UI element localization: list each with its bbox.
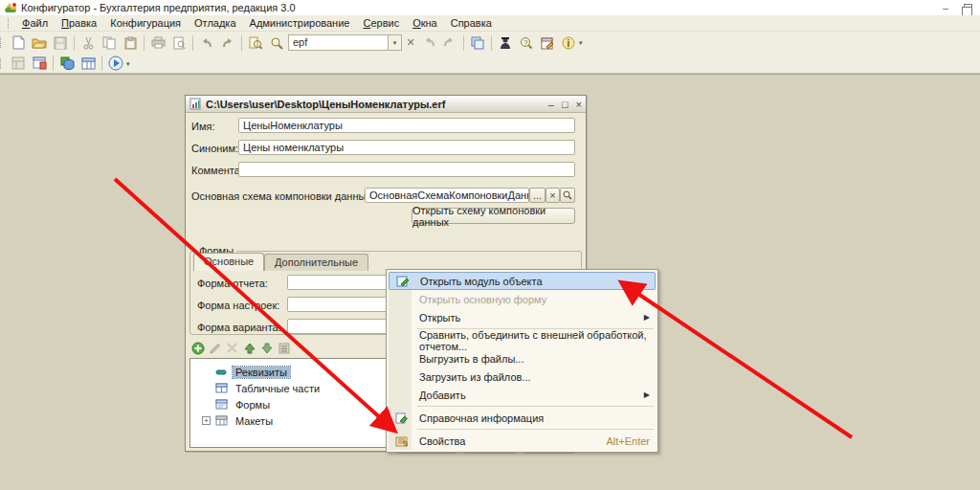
synonym-label: Синоним: [191, 143, 238, 154]
standard-toolbar: epf ▾ ✕ ? i ▾ [0, 32, 980, 54]
paste-icon[interactable] [121, 34, 140, 52]
templates-icon [214, 415, 228, 427]
open-dcs-button[interactable]: Открыть схему компоновки данных [412, 208, 575, 224]
dialog-title: C:\Users\user\Desktop\ЦеныНоменклатуры.e… [206, 99, 548, 110]
report-file-icon [189, 98, 202, 110]
syntax-assistant-icon[interactable] [496, 34, 515, 52]
find-in-file-icon[interactable] [246, 34, 265, 52]
windows-list-icon[interactable] [468, 34, 487, 52]
menu-administration[interactable]: Администрирование [243, 16, 357, 30]
menu-edit[interactable]: Правка [55, 16, 103, 30]
dcs-field[interactable]: ОсновнаяСхемаКомпоновкиДанных [365, 188, 529, 203]
dcs-choose-button[interactable]: ... [529, 188, 546, 203]
menu-help[interactable]: Справка [444, 16, 499, 30]
menu-windows[interactable]: Окна [406, 16, 444, 30]
table-icon[interactable] [78, 55, 98, 72]
submenu-arrow-icon: ▶ [644, 313, 650, 322]
start-debugging-icon[interactable] [106, 55, 125, 72]
dialog-minimize-button[interactable]: – [548, 99, 554, 110]
menu-separator [417, 429, 654, 430]
info-icon[interactable]: i [559, 34, 578, 52]
open-file-icon[interactable] [30, 34, 49, 52]
help-search-icon[interactable]: ? [517, 34, 536, 52]
restore-button[interactable] [964, 4, 972, 12]
tabular-sections-icon [214, 383, 228, 394]
menu-file[interactable]: Файл [15, 16, 55, 30]
forms-icon [214, 399, 228, 411]
open-help-content-icon[interactable] [538, 34, 557, 52]
menu-compare-merge[interactable]: Сравнить, объединить с внешней обработко… [389, 331, 656, 349]
search-input[interactable]: epf [288, 34, 388, 51]
find-previous-icon[interactable] [419, 34, 438, 52]
menu-configuration[interactable]: Конфигурация [103, 16, 188, 30]
move-down-icon[interactable] [259, 341, 274, 355]
name-label: Имя: [191, 121, 214, 132]
add-icon[interactable] [190, 341, 205, 355]
menu-export-to-files[interactable]: Выгрузить в файлы... [389, 349, 656, 368]
menu-service[interactable]: Сервис [356, 16, 406, 30]
dcs-label: Основная схема компоновки данных: [191, 190, 374, 202]
menu-properties[interactable]: Свойства Alt+Enter [389, 432, 656, 450]
database-configuration-icon[interactable] [30, 55, 49, 72]
move-up-icon[interactable] [242, 341, 256, 355]
menu-open[interactable]: Открыть ▶ [389, 308, 656, 326]
comment-field[interactable] [238, 162, 575, 177]
toolbar-grip [0, 37, 3, 48]
find-next-icon[interactable] [440, 34, 459, 52]
title-bar: Конфигуратор - Бухгалтерия предприятия, … [0, 0, 980, 15]
cut-icon[interactable] [78, 34, 98, 52]
menu-add[interactable]: Добавить ▶ [389, 386, 656, 404]
copy-icon[interactable] [100, 34, 119, 52]
new-document-icon[interactable] [9, 34, 28, 52]
open-module-icon [393, 276, 411, 287]
database-icon[interactable] [57, 55, 77, 72]
properties-icon [392, 435, 410, 447]
edit-icon[interactable] [208, 341, 222, 355]
global-search-combobox[interactable]: epf ▾ [288, 34, 402, 51]
context-menu: Открыть модуль объекта Открыть основную … [386, 269, 658, 453]
configuration-window-icon[interactable] [9, 55, 28, 72]
submenu-arrow-icon: ▶ [644, 390, 650, 399]
search-dropdown-button[interactable]: ▾ [388, 34, 402, 51]
menu-open-object-module[interactable]: Открыть модуль объекта [389, 272, 656, 290]
dialog-maximize-button[interactable]: □ [562, 99, 568, 110]
toolbar-more-dropdown[interactable]: ▾ [579, 39, 583, 46]
svg-text:?: ? [523, 38, 528, 47]
menu-bar: Файл Правка Конфигурация Отладка Админис… [0, 15, 980, 32]
menu-debug[interactable]: Отладка [188, 16, 242, 30]
settings-form-label: Форма настроек: [197, 300, 279, 311]
menu-reference-information[interactable]: Справочная информация [389, 409, 656, 427]
configurator-window: Конфигуратор - Бухгалтерия предприятия, … [0, 0, 980, 490]
menu-import-from-files[interactable]: Загрузить из файлов... [389, 368, 656, 386]
dialog-close-button[interactable]: × [576, 99, 582, 110]
shortcut-label: Alt+Enter [606, 435, 650, 447]
reference-info-icon [392, 412, 410, 424]
sort-icon[interactable] [277, 341, 291, 355]
report-form-label: Форма отчета: [197, 278, 268, 289]
name-field[interactable]: ЦеныНоменклатуры [238, 118, 575, 133]
minimize-button[interactable]: – [943, 2, 948, 13]
tab-additional-forms[interactable]: Дополнительные [264, 254, 368, 271]
dcs-open-button-icon[interactable] [560, 188, 575, 203]
menu-open-main-form[interactable]: Открыть основную форму [389, 290, 656, 308]
debug-dropdown[interactable]: ▾ [126, 60, 130, 67]
redo-icon[interactable] [218, 34, 237, 52]
print-preview-icon[interactable] [169, 34, 189, 52]
save-icon[interactable] [51, 34, 70, 52]
toolbar-grip [0, 58, 3, 69]
search-icon[interactable] [267, 34, 286, 52]
undo-icon[interactable] [197, 34, 216, 52]
toolbar-grip [8, 18, 11, 29]
variant-form-label: Форма варианта: [197, 322, 281, 333]
expander-icon[interactable]: + [202, 416, 211, 425]
dialog-title-bar[interactable]: C:\Users\user\Desktop\ЦеныНоменклатуры.e… [186, 96, 586, 113]
print-icon[interactable] [148, 34, 167, 52]
search-clear-button[interactable]: ✕ [403, 34, 418, 51]
dcs-clear-button[interactable]: × [546, 188, 560, 203]
attributes-icon [214, 367, 228, 378]
delete-icon[interactable] [225, 341, 239, 355]
app-logo-1c-icon [4, 1, 17, 14]
synonym-field[interactable]: Цены номенклатуры [238, 140, 575, 155]
tab-main-forms[interactable]: Основные [193, 253, 264, 271]
svg-text:i: i [568, 37, 570, 48]
